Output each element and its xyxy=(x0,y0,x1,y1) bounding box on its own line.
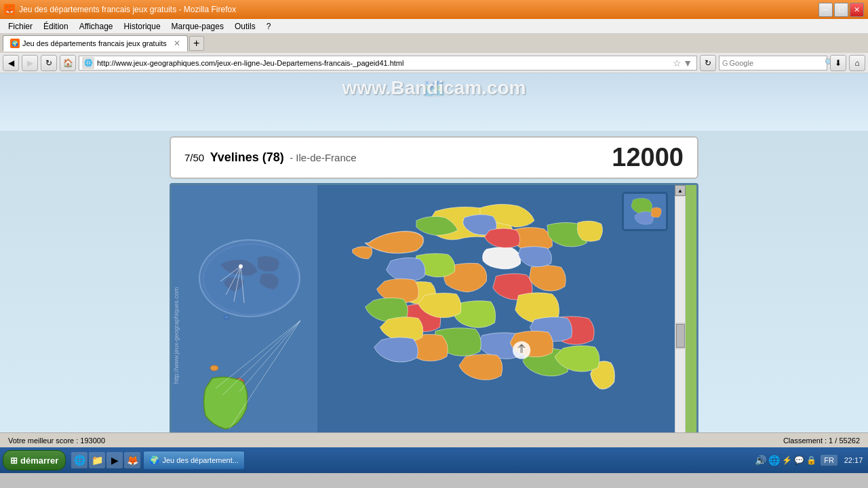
reload-button[interactable]: ↻ xyxy=(41,55,57,71)
scroll-up-arrow[interactable]: ▲ xyxy=(675,185,686,196)
svg-point-0 xyxy=(203,244,298,314)
taskbar-window-icon: 🌍 xyxy=(149,455,159,465)
taskbar-folder-icon[interactable]: 📁 xyxy=(89,452,105,468)
green-strip xyxy=(686,185,696,473)
page-header: 🗺️ xyxy=(0,73,868,131)
back-button[interactable]: ◀ xyxy=(3,55,19,71)
taskbar-window-label: Jeu des département... xyxy=(162,456,239,464)
taskbar-window[interactable]: 🌍 Jeu des département... xyxy=(143,451,245,470)
menu-affichage[interactable]: Affichage xyxy=(74,20,119,33)
url-bar[interactable]: 🌐 http://www.jeux-geographiques.com/jeux… xyxy=(79,56,697,70)
menu-historique[interactable]: Historique xyxy=(119,20,166,33)
tab-label: Jeu des départements francais jeux gratu… xyxy=(22,39,167,47)
menu-bar: Fichier Édition Affichage Historique Mar… xyxy=(0,19,868,34)
score-display: 12000 xyxy=(612,143,684,172)
map-inset-svg xyxy=(624,192,666,231)
menu-outils[interactable]: Outils xyxy=(229,20,261,33)
menu-fichier[interactable]: Fichier xyxy=(3,20,38,33)
download-icon[interactable]: ⬇ xyxy=(830,55,846,71)
quick-launch: 🌐 📁 ▶ 🦊 xyxy=(71,452,140,468)
address-bar: ◀ ▶ ↻ 🏠 🌐 http://www.jeux-geographiques.… xyxy=(0,53,868,73)
language-indicator[interactable]: FR xyxy=(821,455,837,466)
tray-icon-1[interactable]: 🔊 xyxy=(755,455,766,466)
svg-point-5 xyxy=(239,264,243,268)
header-decoration: 🗺️ xyxy=(422,77,447,100)
minimize-button[interactable]: ─ xyxy=(818,3,833,17)
tray-icon-3[interactable]: ⚡ xyxy=(782,455,792,465)
svg-point-6 xyxy=(210,365,218,371)
overseas-svg-guiana xyxy=(199,371,260,439)
score-header: 7/50 Yvelines (78) - Ile-de-France 12000 xyxy=(170,136,698,179)
department-name: Yvelines (78) xyxy=(210,150,284,164)
maximize-button[interactable]: □ xyxy=(834,3,848,17)
refresh-button[interactable]: ↻ xyxy=(700,55,716,71)
search-bar[interactable]: G 🔍 xyxy=(719,56,827,70)
taskbar: ⊞ démarrer 🌐 📁 ▶ 🦊 🌍 Jeu des département… xyxy=(0,447,868,473)
home-nav-icon[interactable]: ⌂ xyxy=(849,55,865,71)
france-map-area[interactable] xyxy=(317,185,675,473)
start-label: démarrer xyxy=(20,455,58,466)
tab-close-icon[interactable]: ✕ xyxy=(174,39,180,48)
new-tab-button[interactable]: + xyxy=(189,36,204,51)
menu-edition[interactable]: Édition xyxy=(38,20,74,33)
cursor-indicator xyxy=(513,341,530,359)
title-bar: 🦊 Jeu des départements francais jeux gra… xyxy=(0,0,868,19)
time-display: 22:17 xyxy=(842,456,865,464)
question-info: 7/50 Yvelines (78) - Ile-de-France xyxy=(184,150,357,165)
globe-svg xyxy=(200,241,302,319)
url-text: http://www.jeux-geographiques.com/jeux-e… xyxy=(97,59,671,67)
tab-main[interactable]: 🌍 Jeu des départements francais jeux gra… xyxy=(3,35,188,52)
start-button[interactable]: ⊞ démarrer xyxy=(3,450,66,470)
page-status-bar: Votre meilleur score : 193000 Classement… xyxy=(0,432,868,447)
tab-bar: 🌍 Jeu des départements francais jeux gra… xyxy=(0,34,868,53)
bookmark-rss-icon[interactable]: ▼ xyxy=(683,58,692,68)
tray-icon-2[interactable]: 🌐 xyxy=(768,455,780,466)
progress-text: 7/50 xyxy=(184,152,204,163)
browser-icon: 🦊 xyxy=(4,4,15,15)
map-inset-button[interactable] xyxy=(622,192,668,231)
taskbar-firefox-icon[interactable]: 🦊 xyxy=(124,452,140,468)
svg-point-9 xyxy=(224,315,229,319)
left-panel: http://www.jeux-geographiques.com xyxy=(172,185,317,473)
windows-logo: ⊞ xyxy=(10,455,18,466)
menu-marque-pages[interactable]: Marque-pages xyxy=(166,20,229,33)
window-title: Jeu des départements francais jeux gratu… xyxy=(19,5,236,14)
google-icon: G xyxy=(722,59,728,67)
security-icon: 🌐 xyxy=(82,57,94,69)
tab-favicon: 🌍 xyxy=(10,39,20,48)
overseas-spm xyxy=(222,311,231,323)
taskbar-right: 🔊 🌐 ⚡ 💬 🔒 FR 22:17 xyxy=(755,455,865,466)
menu-help[interactable]: ? xyxy=(261,20,277,33)
game-area[interactable]: http://www.jeux-geographiques.com xyxy=(170,183,698,473)
home-button[interactable]: 🏠 xyxy=(60,55,76,71)
best-score-label: Votre meilleur score : 193000 xyxy=(8,436,105,445)
france-map-svg xyxy=(317,185,675,473)
taskbar-ie-icon[interactable]: 🌐 xyxy=(71,452,87,468)
tray-icon-5[interactable]: 🔒 xyxy=(806,455,816,465)
forward-button[interactable]: ▶ xyxy=(22,55,38,71)
overseas-guiana xyxy=(199,371,260,442)
close-button[interactable]: ✕ xyxy=(850,3,864,17)
taskbar-media-icon[interactable]: ▶ xyxy=(106,452,123,468)
vertical-label: http://www.jeux-geographiques.com xyxy=(173,287,180,384)
region-name: Ile-de-France xyxy=(296,152,356,163)
ranking-label: Classement : 1 / 55262 xyxy=(783,436,860,445)
browser-content: www.Bandicam.com 🗺️ 7/50 Yvelines (78) -… xyxy=(0,73,868,473)
globe-display xyxy=(199,239,300,317)
search-input[interactable] xyxy=(730,59,823,67)
scroll-thumb[interactable] xyxy=(676,324,685,348)
header-banner: 🗺️ xyxy=(0,77,868,100)
bookmark-star-icon[interactable]: ☆ xyxy=(673,58,682,68)
tray-icon-4[interactable]: 💬 xyxy=(794,455,804,465)
overseas-svg-spm xyxy=(222,314,231,321)
system-tray: 🔊 🌐 ⚡ 💬 🔒 xyxy=(755,455,816,466)
right-scrollbar[interactable]: ▲ ▼ xyxy=(675,185,686,473)
